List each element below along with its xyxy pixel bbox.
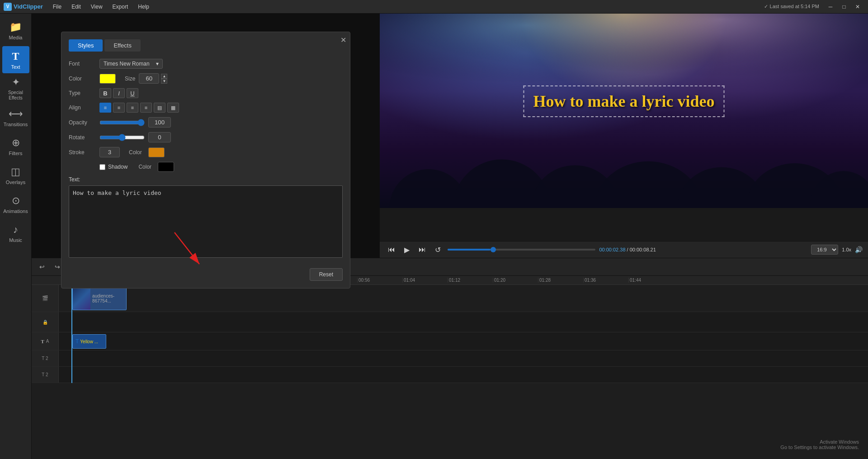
sidebar-item-special-effects[interactable]: ✦ Special Effects <box>2 75 29 102</box>
lyric-text-overlay[interactable]: How to make a lyric video <box>524 85 725 117</box>
bottom-track-2-controls: T 2 <box>32 367 59 383</box>
minimize-button[interactable]: ─ <box>824 0 837 14</box>
text-section-label: Text: <box>69 176 343 183</box>
playback-bar: ⏮ ▶ ⏭ ↺ 00:00:02.38 / 00:00:08.21 <box>380 241 868 258</box>
close-button[interactable]: ✕ <box>851 0 864 14</box>
sidebar-item-overlays[interactable]: ◫ Overlays <box>2 162 29 189</box>
sidebar: 📁 Media T Text ✦ Special Effects ⟷ Trans… <box>0 14 32 459</box>
sidebar-label-media: Media <box>9 35 23 40</box>
bold-button[interactable]: B <box>99 88 111 98</box>
rotate-value-input[interactable] <box>148 132 171 142</box>
text-track-icon: T <box>41 339 44 344</box>
italic-button[interactable]: I <box>113 88 125 98</box>
reset-button[interactable]: Reset <box>310 268 343 281</box>
color-swatch[interactable] <box>99 74 116 84</box>
shadow-color-label: Color <box>138 164 151 170</box>
sidebar-item-transitions[interactable]: ⟷ Transitions <box>2 104 29 131</box>
modal-footer: Reset <box>69 264 343 281</box>
modal-close-button[interactable]: ✕ <box>340 36 346 44</box>
color-size-row: Color Size ▲ ▼ <box>69 73 343 84</box>
size-down-button[interactable]: ▼ <box>161 79 167 84</box>
menu-edit[interactable]: Edit <box>67 2 85 12</box>
app-logo: V VidClipper <box>4 3 43 11</box>
progress-fill <box>448 249 491 251</box>
text-content-input[interactable]: How to make a lyric video <box>69 185 343 258</box>
stroke-label: Stroke <box>69 149 96 156</box>
bottom-track-1: T 2 <box>32 350 868 367</box>
video-track-area[interactable]: audiences-867754... <box>59 285 868 312</box>
text-input-section: Text: How to make a lyric video <box>69 176 343 259</box>
timeline: 00:08 00:16 00:24 00:32 00:40 00:48 00:5… <box>32 276 868 459</box>
video-track-icon: 🎬 <box>42 295 48 301</box>
size-input[interactable] <box>139 73 159 84</box>
time-current: 00:00:02.38 <box>599 247 625 252</box>
sidebar-item-music[interactable]: ♪ Music <box>2 220 29 247</box>
rotate-slider[interactable] <box>99 134 145 141</box>
video-clip[interactable]: audiences-867754... <box>72 287 127 310</box>
text-track-controls: T A <box>32 332 59 350</box>
align-right-button[interactable]: ≡ <box>127 103 138 113</box>
text-clip[interactable]: T Yellow ... <box>72 334 106 349</box>
menu-help[interactable]: Help <box>133 2 154 12</box>
shadow-color-swatch[interactable] <box>158 162 174 172</box>
menu-view[interactable]: View <box>86 2 107 12</box>
bottom-track-2-area[interactable] <box>59 367 868 383</box>
opacity-slider-container <box>99 119 145 126</box>
menu-export[interactable]: Export <box>108 2 133 12</box>
loop-button[interactable]: ↺ <box>431 243 444 256</box>
media-icon: 📁 <box>9 21 22 33</box>
align-row: Align ≡ ≡ ≡ ≡ ▤ ▦ <box>69 103 343 113</box>
playback-controls: ⏮ ▶ ⏭ ↺ <box>385 243 444 256</box>
align-justify-button[interactable]: ≡ <box>140 103 152 113</box>
tab-styles[interactable]: Styles <box>69 39 103 52</box>
type-label: Type <box>69 90 96 96</box>
sidebar-item-media[interactable]: 📁 Media <box>2 17 29 44</box>
maximize-button[interactable]: □ <box>837 0 851 14</box>
opacity-value-input[interactable] <box>148 117 171 128</box>
stroke-color-label: Color <box>129 149 142 156</box>
progress-thumb[interactable] <box>491 247 496 252</box>
volume-icon[interactable]: 🔊 <box>855 246 863 253</box>
play-button[interactable]: ▶ <box>401 243 413 256</box>
bottom-track-1-area[interactable] <box>59 350 868 366</box>
shadow-checkbox[interactable] <box>99 164 105 170</box>
shadow-row: Shadow Color <box>69 162 343 172</box>
transitions-icon: ⟷ <box>9 108 23 120</box>
align-option5-button[interactable]: ▤ <box>154 103 165 113</box>
progress-bar[interactable] <box>448 249 595 251</box>
sidebar-item-filters[interactable]: ⊕ Filters <box>2 133 29 160</box>
empty-track-1: 🔒 <box>32 312 868 332</box>
size-up-button[interactable]: ▲ <box>161 74 167 79</box>
timeline-content: 🎬 audiences-867754... <box>32 285 868 383</box>
align-center-button[interactable]: ≡ <box>113 103 125 113</box>
underline-button[interactable]: U <box>127 88 138 98</box>
aspect-ratio-select[interactable]: 16:9 4:3 1:1 <box>811 245 838 255</box>
rotate-label: Rotate <box>69 134 96 141</box>
menu-bar: File Edit View Export Help <box>48 2 154 12</box>
playhead[interactable] <box>71 285 72 383</box>
text-track-area[interactable]: T Yellow ... <box>59 332 868 350</box>
text-clip-label: Yellow ... <box>80 339 98 344</box>
special-effects-icon: ✦ <box>12 76 20 88</box>
skip-forward-button[interactable]: ⏭ <box>416 243 429 256</box>
undo-button[interactable]: ↩ <box>35 260 49 273</box>
sidebar-label-overlays: Overlays <box>6 180 25 185</box>
sidebar-item-text[interactable]: T Text <box>2 46 29 73</box>
font-value: Times New Roman <box>104 61 150 67</box>
ruler-mark-10: 01:28 <box>538 278 583 283</box>
align-left-button[interactable]: ≡ <box>99 103 111 113</box>
sidebar-item-animations[interactable]: ⊙ Animations <box>2 191 29 218</box>
stroke-value-input[interactable] <box>99 147 120 157</box>
opacity-slider[interactable] <box>99 119 145 126</box>
color-label: Color <box>69 76 96 82</box>
menu-file[interactable]: File <box>48 2 66 12</box>
video-preview: How to make a lyric video <box>380 14 868 241</box>
font-selector[interactable]: Times New Roman ▾ <box>99 59 163 69</box>
stroke-row: Stroke Color <box>69 147 343 157</box>
empty-track-1-area[interactable] <box>59 312 868 332</box>
font-label: Font <box>69 61 96 67</box>
stroke-color-swatch[interactable] <box>148 147 165 157</box>
align-option6-button[interactable]: ▦ <box>167 103 179 113</box>
skip-back-button[interactable]: ⏮ <box>385 243 398 256</box>
tab-effects[interactable]: Effects <box>104 39 141 52</box>
